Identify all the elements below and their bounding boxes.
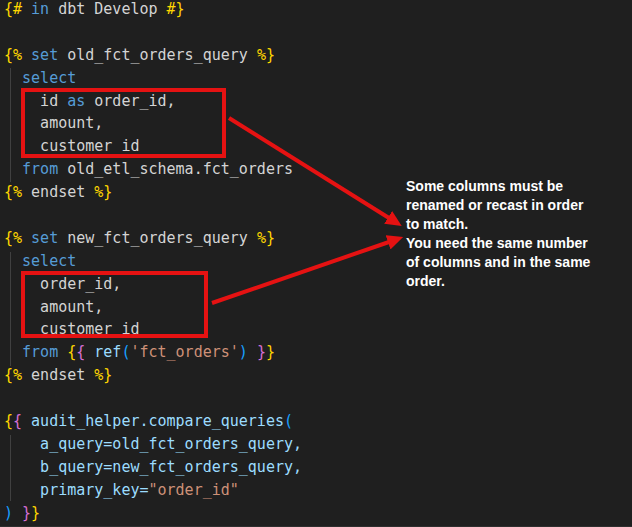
note-line: to match.: [406, 215, 590, 234]
note-line: You need the same number: [406, 234, 590, 253]
code-line[interactable]: ) }}: [4, 502, 302, 525]
code-line[interactable]: {{ audit_helper.compare_queries(: [4, 410, 302, 433]
code-line[interactable]: [4, 204, 302, 227]
code-line[interactable]: a_query=old_fct_orders_query,: [4, 433, 302, 456]
code-line[interactable]: {% endset %}: [4, 181, 302, 204]
annotation-note: Some columns must be renamed or recast i…: [406, 177, 590, 291]
highlight-box-old-columns: [21, 88, 226, 158]
note-line: renamed or recast in order: [406, 196, 590, 215]
note-line: of columns and in the same: [406, 253, 590, 272]
code-editor: {# in dbt Develop #} {% set old_fct_orde…: [0, 0, 632, 527]
note-line: Some columns must be: [406, 177, 590, 196]
code-line[interactable]: select: [4, 67, 302, 90]
highlight-box-new-columns: [21, 271, 208, 338]
code-line[interactable]: from old_etl_schema.fct_orders: [4, 158, 302, 181]
code-line[interactable]: select: [4, 250, 302, 273]
code-line[interactable]: {% set new_fct_orders_query %}: [4, 227, 302, 250]
code-line[interactable]: b_query=new_fct_orders_query,: [4, 456, 302, 479]
code-line[interactable]: {# in dbt Develop #}: [4, 0, 302, 21]
code-line[interactable]: primary_key="order_id": [4, 479, 302, 502]
code-line[interactable]: [4, 21, 302, 44]
code-line[interactable]: {% endset %}: [4, 364, 302, 387]
note-line: order.: [406, 272, 590, 291]
code-block[interactable]: {# in dbt Develop #} {% set old_fct_orde…: [4, 0, 302, 524]
code-line[interactable]: {% set old_fct_orders_query %}: [4, 44, 302, 67]
code-line[interactable]: [4, 387, 302, 410]
code-line[interactable]: from {{ ref('fct_orders') }}: [4, 341, 302, 364]
